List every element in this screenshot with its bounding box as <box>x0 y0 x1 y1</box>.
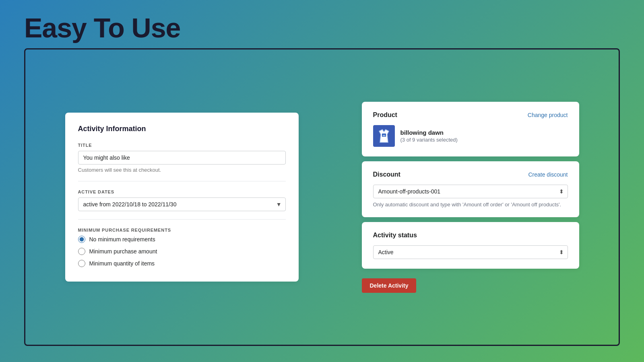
discount-select-wrapper: Amount-off-products-001 ⬍ <box>373 185 568 198</box>
product-info: billowing dawn (3 of 9 variants selected… <box>400 129 458 143</box>
product-card: Product Change product 00 billowing dawn… <box>362 102 579 156</box>
radio-item-no-minimum[interactable]: No minimum requirements <box>78 236 286 243</box>
product-row: 00 billowing dawn (3 of 9 variants selec… <box>373 125 568 147</box>
discount-card-header: Discount Create discount <box>373 171 568 178</box>
svg-text:00: 00 <box>382 134 385 137</box>
activity-information-card: Activity Information TITLE Customers wil… <box>65 113 299 282</box>
status-card-header: Activity status <box>373 232 568 239</box>
delete-activity-button[interactable]: Delete Activity <box>362 278 417 293</box>
min-requirements-label: MINIMUM PURCHASE REQUIREMENTS <box>78 228 286 232</box>
create-discount-button[interactable]: Create discount <box>528 171 568 178</box>
activity-status-card: Activity status Active Inactive ⬍ <box>362 222 579 269</box>
discount-select[interactable]: Amount-off-products-001 <box>373 185 568 198</box>
activity-status-select[interactable]: Active Inactive <box>373 245 568 259</box>
active-dates-field: ACTIVE DATES active from 2022/10/18 to 2… <box>78 189 286 211</box>
discount-card: Discount Create discount Amount-off-prod… <box>362 161 579 217</box>
right-stack: Product Change product 00 billowing dawn… <box>362 102 579 293</box>
activity-information-title: Activity Information <box>78 125 286 133</box>
discount-section-title: Discount <box>373 171 400 178</box>
divider-2 <box>78 219 286 220</box>
activity-status-title: Activity status <box>373 232 417 239</box>
radio-no-minimum[interactable] <box>78 236 85 243</box>
radio-group: No minimum requirements Minimum purchase… <box>78 236 286 267</box>
radio-item-min-quantity[interactable]: Minimum quantity of items <box>78 260 286 267</box>
title-field: TITLE Customers will see this at checkou… <box>78 143 286 173</box>
radio-min-purchase[interactable] <box>78 248 85 255</box>
discount-hint: Only automatic discount and type with 'A… <box>373 202 568 208</box>
product-variants: (3 of 9 variants selected) <box>400 137 458 143</box>
divider-1 <box>78 181 286 181</box>
product-section-title: Product <box>373 111 397 119</box>
title-field-label: TITLE <box>78 143 286 148</box>
product-image: 00 <box>373 125 395 147</box>
radio-label-min-quantity: Minimum quantity of items <box>89 260 155 267</box>
delete-button-container: Delete Activity <box>362 274 579 293</box>
radio-min-quantity[interactable] <box>78 260 85 267</box>
active-dates-select[interactable]: active from 2022/10/18 to 2022/11/30 <box>78 197 286 211</box>
page-title: Easy To Use <box>24 12 180 43</box>
product-card-header: Product Change product <box>373 111 568 119</box>
change-product-button[interactable]: Change product <box>528 112 568 118</box>
radio-item-min-purchase[interactable]: Minimum purchase amount <box>78 248 286 255</box>
active-dates-select-wrapper: active from 2022/10/18 to 2022/11/30 ▼ <box>78 197 286 211</box>
active-dates-label: ACTIVE DATES <box>78 189 286 194</box>
min-requirements-field: MINIMUM PURCHASE REQUIREMENTS No minimum… <box>78 228 286 267</box>
status-select-wrapper: Active Inactive ⬍ <box>373 245 568 259</box>
title-field-hint: Customers will see this at checkout. <box>78 167 286 173</box>
radio-label-min-purchase: Minimum purchase amount <box>89 248 157 255</box>
radio-label-no-minimum: No minimum requirements <box>89 236 155 243</box>
product-name: billowing dawn <box>400 129 458 136</box>
title-input[interactable] <box>78 151 286 165</box>
outer-frame: Activity Information TITLE Customers wil… <box>24 48 620 346</box>
